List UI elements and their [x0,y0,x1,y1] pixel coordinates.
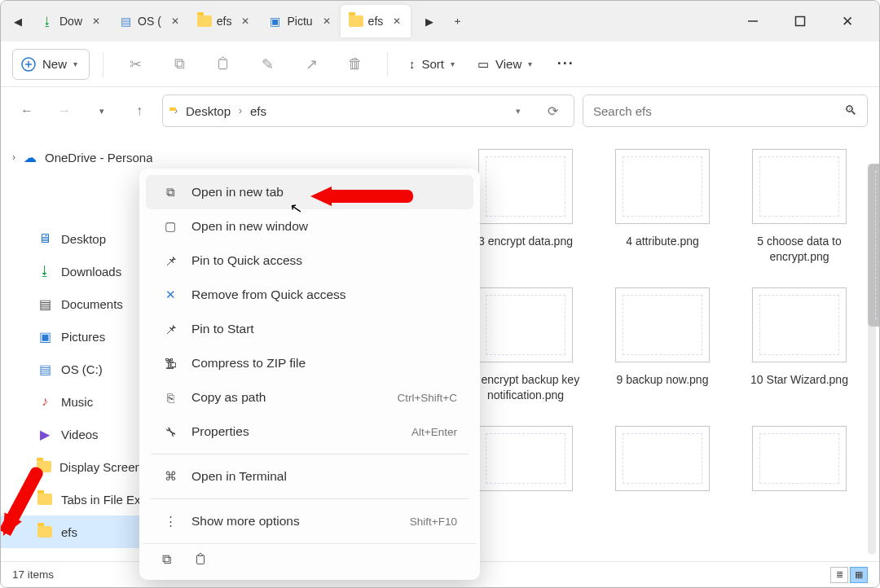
close-icon[interactable]: ✕ [388,12,406,30]
file-name: 3 encrypt data.png [460,234,591,249]
tree-display[interactable]: Display Screen [1,450,152,483]
icons-view-button[interactable]: ▦ [850,567,868,583]
more-button[interactable]: ··· [547,46,584,82]
tree-downloads[interactable]: ⭳Downloads [1,255,152,287]
close-icon[interactable]: ✕ [166,12,184,30]
tab-scroll-right[interactable]: ▶ [416,7,443,35]
new-label: New [42,57,67,71]
cm-pin-start[interactable]: 📌︎ Pin to Start [146,312,473,346]
share-button[interactable]: ↗ [293,46,330,82]
context-menu: ⧉ Open in new tab ▢ Open in new window 📌… [139,169,480,580]
tab-os[interactable]: ▤ OS ( ✕ [110,5,189,37]
tree-efs[interactable]: efs [1,516,152,548]
tree-os[interactable]: ▤OS (C:) [1,353,152,385]
tree-onedrive[interactable]: › ☁ OneDrive - Personal [1,141,152,173]
minimize-button[interactable] [734,10,772,33]
cm-open-terminal[interactable]: ⌘ Open in Terminal [146,459,473,494]
file-item[interactable] [460,426,591,501]
toolbar: New ▾ ✂ ⧉ 📋︎ ✎ ↗ 🗑︎ ↕ Sort ▾ ▭ View ▾ ··… [1,42,879,87]
chevron-right-icon[interactable]: › [12,151,15,163]
refresh-button[interactable]: ⟳ [538,96,567,125]
maximize-button[interactable] [781,10,819,33]
cut-button[interactable]: ✂ [117,46,154,82]
breadcrumb-desktop[interactable]: Desktop [183,104,234,118]
file-name: 8 encrypt backup key notification.png [460,372,591,403]
tree-pictures[interactable]: ▣Pictures [1,320,152,353]
tree-label: Documents [61,297,123,311]
sort-label: Sort [422,57,445,71]
tree-desktop[interactable]: 🖥︎Desktop [1,222,152,255]
file-item[interactable]: 9 backup now.png [597,287,728,403]
cm-pin-quick-access[interactable]: 📌︎ Pin to Quick access [146,244,473,278]
close-icon[interactable]: ✕ [318,12,336,30]
paste-button[interactable]: 📋︎ [205,46,242,82]
cm-compress-zip[interactable]: 🗜︎ Compress to ZIP file [146,346,473,380]
pin-icon: 📌︎ [162,321,178,337]
close-window-button[interactable]: ✕ [829,10,866,33]
file-item[interactable]: 4 attribute.png [597,149,728,265]
tree-label: Pictures [61,330,105,344]
cm-label: Compress to ZIP file [191,356,306,371]
file-item[interactable]: 3 encrypt data.png [460,149,591,265]
cm-label: Open in new window [191,219,308,234]
tab-scroll-left[interactable]: ◀ [4,7,32,35]
music-icon: ♪ [37,393,53,410]
cm-label: Show more options [191,514,300,529]
scrollbar-vertical[interactable] [868,164,876,555]
cm-copy-path[interactable]: ⎘ Copy as path Ctrl+Shift+C [146,380,473,415]
close-icon[interactable]: ✕ [236,12,254,30]
thumbnail [615,426,710,491]
tab-icon: ⧉ [162,184,178,200]
address-bar[interactable]: › Desktop › efs ▾ ⟳ [162,94,574,127]
file-item[interactable] [597,426,728,501]
cm-properties[interactable]: 🔧︎ Properties Alt+Enter [146,415,473,449]
recent-button[interactable]: ▾ [87,96,117,125]
plus-circle-icon [21,57,36,72]
cm-open-new-tab[interactable]: ⧉ Open in new tab [146,175,473,209]
new-button[interactable]: New ▾ [12,49,90,80]
close-icon[interactable]: ✕ [87,12,105,30]
chevron-down-icon[interactable]: ▾ [504,96,533,125]
tree-music[interactable]: ♪Music [1,385,152,418]
folder-icon [197,14,212,29]
search-icon[interactable]: 🔍︎ [844,103,857,118]
tab-efs-active[interactable]: efs ✕ [341,5,411,37]
file-item[interactable] [734,426,865,501]
explorer-window: ◀ ⭳ Dow ✕ ▤ OS ( ✕ efs ✕ ▣ Pictu ✕ efs ✕… [0,0,880,588]
search-input[interactable] [593,104,844,118]
window-icon: ▢ [162,218,178,235]
view-label: View [495,57,521,71]
view-icon: ▭ [477,57,489,72]
paste-icon[interactable]: 📋︎ [191,551,209,568]
tab-efs-1[interactable]: efs ✕ [189,5,260,37]
tree-documents[interactable]: ▤Documents [1,287,152,320]
tab-pictures[interactable]: ▣ Pictu ✕ [259,5,340,37]
scroll-thumb[interactable] [868,164,879,327]
picture-icon: ▣ [267,14,282,29]
new-tab-button[interactable]: ＋ [443,7,471,35]
back-button[interactable]: ← [12,96,42,125]
folder-icon [349,14,363,29]
cm-show-more[interactable]: ⋮ Show more options Shift+F10 [146,504,473,538]
view-button[interactable]: ▭ View ▾ [469,50,540,79]
copy-button[interactable]: ⧉ [161,46,198,82]
forward-button[interactable]: → [50,96,79,125]
copy-icon[interactable]: ⧉ [157,551,175,568]
file-item[interactable]: 5 choose data to encrypt.png [734,149,865,265]
separator [151,498,469,499]
chevron-right-icon: › [239,105,242,116]
breadcrumb-efs[interactable]: efs [247,104,270,118]
cm-open-new-window[interactable]: ▢ Open in new window [146,209,473,244]
tree-videos[interactable]: ▶Videos [1,418,152,450]
details-view-button[interactable]: ≣ [830,567,848,583]
file-item[interactable]: 10 Star Wizard.png [734,287,865,403]
sort-button[interactable]: ↕ Sort ▾ [401,50,463,79]
rename-button[interactable]: ✎ [249,46,286,82]
file-name: 9 backup now.png [597,372,728,388]
file-item[interactable]: 8 encrypt backup key notification.png [460,287,591,403]
up-button[interactable]: ↑ [125,96,154,125]
search-box[interactable]: 🔍︎ [583,94,868,127]
tab-downloads[interactable]: ⭳ Dow ✕ [32,5,110,37]
delete-button[interactable]: 🗑︎ [337,46,374,82]
cm-remove-quick-access[interactable]: ✕ Remove from Quick access [146,278,473,312]
